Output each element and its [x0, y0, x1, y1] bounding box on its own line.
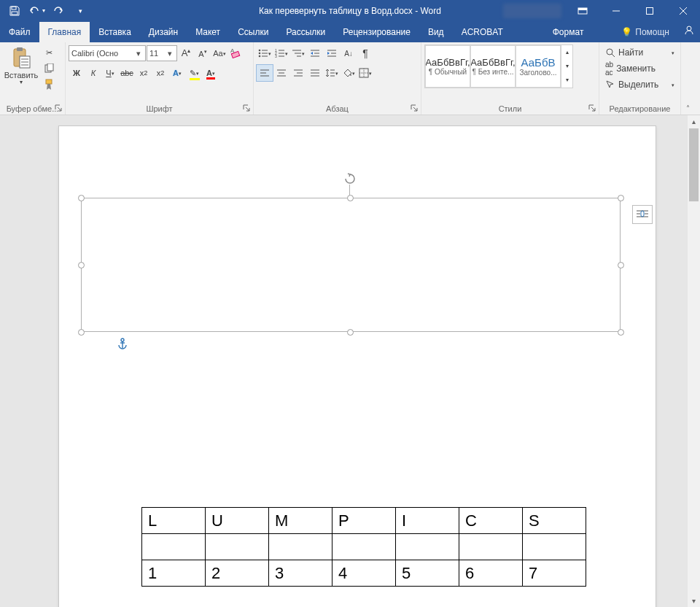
undo-button[interactable]: ▾: [26, 0, 47, 22]
minimize-button[interactable]: [599, 0, 633, 22]
align-center-button[interactable]: [273, 65, 289, 81]
align-left-button[interactable]: [257, 65, 273, 81]
handle-bc[interactable]: [347, 329, 354, 336]
italic-button[interactable]: К: [85, 65, 101, 81]
format-painter-button[interactable]: [41, 77, 57, 93]
tab-layout[interactable]: Макет: [187, 22, 229, 42]
handle-tl[interactable]: [78, 195, 85, 201]
style-heading1[interactable]: АаБбВ Заголово...: [516, 45, 561, 88]
shading-button[interactable]: ▾: [341, 65, 357, 81]
find-button[interactable]: Найти▾: [602, 45, 677, 61]
styles-row-down[interactable]: ▾: [561, 59, 573, 73]
select-button[interactable]: Выделить▾: [602, 77, 677, 93]
numbering-icon: 123: [275, 49, 285, 58]
highlight-button[interactable]: ✎▾: [186, 65, 202, 81]
svg-point-24: [259, 55, 261, 58]
paragraph-launcher[interactable]: [409, 103, 419, 113]
ribbon-display-options[interactable]: [566, 0, 599, 22]
bold-button[interactable]: Ж: [69, 65, 85, 81]
style-normal[interactable]: АаБбВвГг, ¶ Обычный: [425, 45, 470, 88]
ribbon: Вставить ▾ ✂ Буфер обме... Calibri (Осно…: [0, 42, 700, 115]
styles-launcher[interactable]: [587, 103, 597, 113]
tab-references[interactable]: Ссылки: [229, 22, 277, 42]
scroll-down-button[interactable]: ▾: [688, 595, 700, 607]
strikethrough-button[interactable]: abc: [119, 65, 135, 81]
styles-row-up[interactable]: ▴: [561, 45, 573, 59]
collapse-ribbon-button[interactable]: ˄: [681, 42, 694, 115]
user-account-blurred[interactable]: [503, 4, 561, 18]
paste-button[interactable]: Вставить ▾: [3, 45, 39, 100]
shrink-font-button[interactable]: A▾: [195, 45, 211, 61]
tab-review[interactable]: Рецензирование: [334, 22, 419, 42]
handle-ml[interactable]: [78, 262, 85, 268]
text-frame-selected[interactable]: [81, 198, 621, 332]
grow-font-button[interactable]: A▴: [178, 45, 194, 61]
document-page[interactable]: L U M P I C S 1 2 3 4: [58, 125, 656, 607]
change-case-button[interactable]: Aa▾: [211, 45, 228, 61]
superscript-button[interactable]: x2: [152, 65, 168, 81]
decrease-indent-button[interactable]: [307, 45, 323, 61]
close-button[interactable]: [666, 0, 700, 22]
paragraph-group-label: Абзац: [326, 104, 349, 113]
font-family-combo[interactable]: Calibri (Осно▾: [69, 45, 146, 61]
tab-home[interactable]: Главная: [39, 22, 90, 42]
justify-button[interactable]: [307, 65, 323, 81]
font-size-combo[interactable]: 11▾: [147, 45, 177, 61]
underline-button[interactable]: Ч▾: [102, 65, 118, 81]
handle-tr[interactable]: [618, 195, 624, 201]
multilevel-list-button[interactable]: ▾: [290, 45, 306, 61]
line-spacing-button[interactable]: ▾: [324, 65, 340, 81]
text-effects-button[interactable]: A▾: [169, 65, 185, 81]
bullets-button[interactable]: ▾: [257, 45, 273, 61]
scroll-up-button[interactable]: ▴: [688, 115, 700, 128]
svg-point-61: [121, 339, 124, 341]
style-no-spacing[interactable]: АаБбВвГг, ¶ Без инте...: [470, 45, 516, 88]
search-icon: [605, 47, 615, 58]
tab-format[interactable]: Формат: [544, 22, 593, 42]
clipboard-launcher[interactable]: [53, 103, 63, 113]
qat-customize[interactable]: ▾: [70, 0, 90, 22]
scroll-thumb[interactable]: [689, 128, 699, 201]
font-color-button[interactable]: A▾: [203, 65, 219, 81]
clear-formatting-button[interactable]: A: [228, 45, 244, 61]
handle-br[interactable]: [618, 329, 624, 336]
font-launcher[interactable]: [241, 103, 252, 113]
handle-mr[interactable]: [618, 262, 624, 268]
sort-button[interactable]: A↓: [341, 45, 357, 61]
numbering-button[interactable]: 123▾: [273, 45, 289, 61]
tab-file[interactable]: Файл: [0, 22, 39, 42]
svg-rect-1: [12, 12, 18, 15]
replace-button[interactable]: abac Заменить: [602, 61, 677, 77]
maximize-button[interactable]: [633, 0, 666, 22]
subscript-button[interactable]: x2: [136, 65, 152, 81]
tab-mailings[interactable]: Рассылки: [277, 22, 334, 42]
table-row: L U M P I C S: [142, 508, 586, 534]
svg-point-59: [607, 49, 612, 55]
rotate-handle[interactable]: [343, 171, 357, 186]
increase-indent-button[interactable]: [324, 45, 340, 61]
copy-button[interactable]: [41, 61, 57, 77]
tab-view[interactable]: Вид: [419, 22, 453, 42]
tab-acrobat[interactable]: ACROBAT: [453, 22, 512, 42]
svg-text:3: 3: [275, 54, 277, 58]
share-button[interactable]: [678, 22, 700, 42]
vertical-scrollbar[interactable]: ▴ ▾: [688, 115, 700, 607]
bullets-icon: [258, 49, 268, 58]
document-table[interactable]: L U M P I C S 1 2 3 4: [141, 507, 586, 587]
redo-button[interactable]: [48, 0, 69, 22]
align-right-button[interactable]: [290, 65, 306, 81]
anchor-icon[interactable]: [117, 338, 128, 352]
tell-me[interactable]: 💡 Помощн: [612, 22, 678, 42]
save-button[interactable]: [4, 0, 25, 22]
tab-design[interactable]: Дизайн: [140, 22, 187, 42]
lightbulb-icon: 💡: [621, 27, 632, 37]
clipboard-icon: [9, 46, 33, 69]
tab-insert[interactable]: Вставка: [90, 22, 140, 42]
handle-tc[interactable]: [347, 195, 354, 201]
cut-button[interactable]: ✂: [41, 45, 57, 61]
show-marks-button[interactable]: ¶: [357, 45, 373, 61]
borders-button[interactable]: ▾: [357, 65, 373, 81]
handle-bl[interactable]: [78, 329, 85, 336]
styles-expand[interactable]: ▾: [561, 73, 573, 87]
layout-options-button[interactable]: [632, 205, 653, 224]
